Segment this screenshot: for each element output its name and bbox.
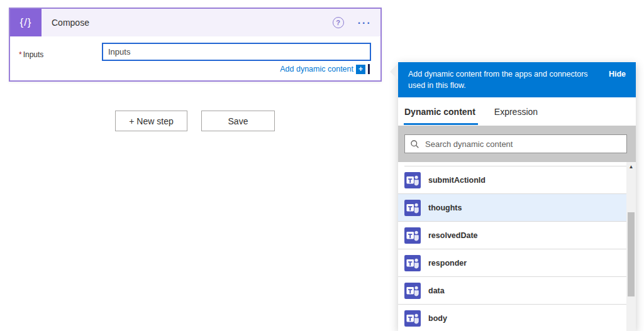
hide-button[interactable]: Hide xyxy=(609,68,626,79)
flow-editor-canvas: {/} Compose ? ... *Inputs Add dynamic co… xyxy=(0,0,644,331)
more-options-icon[interactable]: ... xyxy=(358,18,372,28)
teams-icon xyxy=(404,200,421,216)
teams-icon xyxy=(404,283,421,299)
teams-icon xyxy=(404,310,421,327)
new-step-button[interactable]: + New step xyxy=(115,111,187,131)
dynamic-token-label: body xyxy=(428,314,447,323)
panel-header: Add dynamic content from the apps and co… xyxy=(398,62,636,97)
add-dynamic-content-link[interactable]: Add dynamic content xyxy=(280,65,353,73)
dynamic-token-row[interactable]: thoughts xyxy=(398,194,626,222)
save-button[interactable]: Save xyxy=(201,111,275,131)
dynamic-content-panel: Add dynamic content from the apps and co… xyxy=(398,62,636,331)
panel-scrollbar[interactable]: ▲ xyxy=(626,162,636,331)
add-dynamic-content-control: Add dynamic content + xyxy=(280,64,370,74)
panel-header-message: Add dynamic content from the apps and co… xyxy=(408,68,594,91)
dynamic-token-label: data xyxy=(428,286,445,295)
inputs-field-label: *Inputs xyxy=(19,50,43,59)
teams-icon xyxy=(404,227,421,244)
help-icon[interactable]: ? xyxy=(333,17,344,28)
required-asterisk: * xyxy=(19,50,22,59)
dynamic-token-label: resolvedDate xyxy=(428,231,478,240)
search-strip xyxy=(398,126,636,162)
scrollbar-thumb[interactable] xyxy=(628,212,635,296)
compose-card-header[interactable]: {/} Compose ? ... xyxy=(10,9,380,36)
dynamic-token-label: responder xyxy=(428,259,467,268)
search-dynamic-content-input[interactable] xyxy=(425,139,621,149)
compose-card-body: *Inputs Add dynamic content + xyxy=(10,36,380,82)
plus-icon[interactable]: + xyxy=(356,65,365,74)
dynamic-token-row[interactable]: data xyxy=(398,277,626,305)
text-cursor-bar xyxy=(368,64,370,74)
dynamic-content-list: submitActionId thoughts resolvedDate xyxy=(398,162,626,331)
teams-icon xyxy=(404,172,421,188)
callout-beak xyxy=(390,63,398,80)
search-icon xyxy=(410,139,419,149)
dynamic-token-row[interactable]: resolvedDate xyxy=(398,222,626,249)
compose-card-title: Compose xyxy=(52,18,333,28)
tab-expression[interactable]: Expression xyxy=(494,97,538,126)
teams-icon xyxy=(404,255,421,271)
search-box xyxy=(404,134,627,153)
inputs-field[interactable] xyxy=(102,43,371,61)
tab-dynamic-content[interactable]: Dynamic content xyxy=(404,97,475,126)
compose-code-braces-icon: {/} xyxy=(10,9,42,36)
compose-action-card: {/} Compose ? ... *Inputs Add dynamic co… xyxy=(9,8,382,82)
dynamic-token-label: submitActionId xyxy=(428,176,486,185)
panel-tabs: Dynamic content Expression xyxy=(398,97,636,126)
scroll-up-arrow-icon[interactable]: ▲ xyxy=(626,164,636,170)
dynamic-token-row[interactable]: responder xyxy=(398,249,626,277)
dynamic-token-row[interactable]: submitActionId xyxy=(398,166,626,194)
dynamic-token-row[interactable]: body xyxy=(398,305,626,331)
dynamic-token-label: thoughts xyxy=(428,203,462,212)
compose-title-strip: Compose ? ... xyxy=(42,9,380,36)
